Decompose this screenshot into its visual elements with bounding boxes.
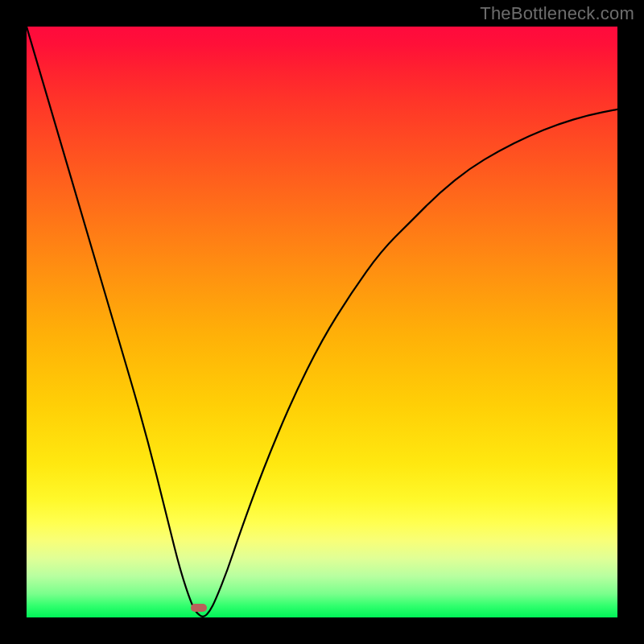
optimal-point-marker: [191, 604, 207, 612]
watermark-text: TheBottleneck.com: [480, 3, 634, 24]
chart-frame: TheBottleneck.com: [0, 0, 644, 644]
plot-area: [27, 27, 617, 617]
bottleneck-curve: [27, 27, 617, 617]
